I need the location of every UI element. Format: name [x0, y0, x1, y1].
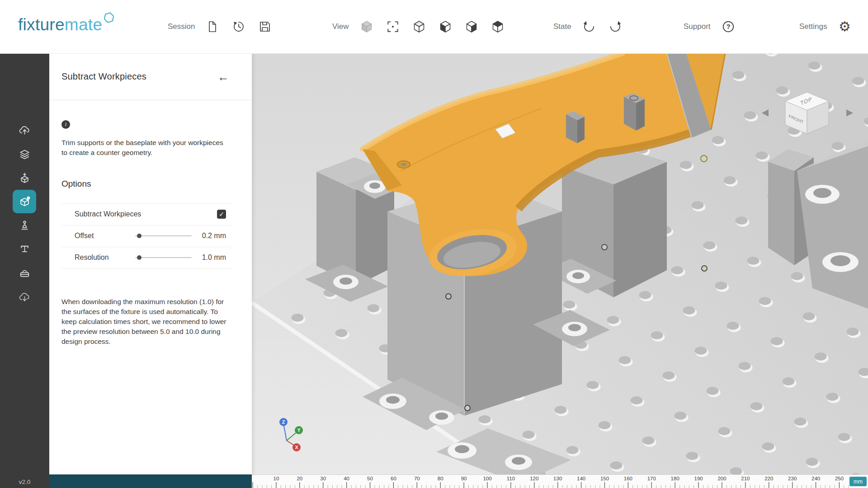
options-heading: Options: [61, 179, 231, 189]
support-label: Support: [684, 22, 711, 31]
axis-y-label: Y: [297, 428, 301, 433]
ruler-unit-label: mm: [854, 479, 863, 485]
undo-icon: [583, 20, 595, 33]
svg-text:90: 90: [461, 476, 467, 481]
redo-button[interactable]: [607, 18, 624, 35]
svg-text:130: 130: [553, 476, 562, 481]
sidebar-item-supports[interactable]: [13, 214, 36, 237]
view-top-button[interactable]: [489, 18, 506, 35]
viewport: TOP FRONT Z Y X: [252, 53, 868, 474]
status-bar: [49, 474, 252, 488]
svg-text:20: 20: [297, 476, 302, 481]
subtract-workpieces-label: Subtract Workpieces: [75, 210, 141, 218]
resolution-slider-handle[interactable]: [137, 255, 142, 260]
panel-description: Trim supports or the baseplate with your…: [61, 138, 231, 158]
svg-text:110: 110: [507, 476, 515, 481]
sidebar-item-clamps[interactable]: [13, 237, 36, 261]
svg-text:60: 60: [391, 476, 396, 481]
svg-text:240: 240: [811, 476, 820, 481]
svg-text:30: 30: [320, 476, 326, 481]
new-session-button[interactable]: [204, 18, 221, 35]
svg-text:40: 40: [344, 476, 349, 481]
cloud-upload-icon: [19, 124, 31, 136]
sidebar-item-workpieces[interactable]: [13, 143, 36, 166]
view-side-button[interactable]: [463, 18, 480, 35]
offset-slider-handle[interactable]: [137, 234, 142, 238]
resolution-label: Resolution: [75, 253, 109, 262]
app-logo: fixturemate: [18, 15, 102, 34]
back-button[interactable]: ←: [217, 71, 229, 83]
fit-view-icon: [386, 20, 400, 33]
clamp-icon: [19, 243, 31, 255]
support-group: Support ?: [684, 0, 737, 53]
settings-button[interactable]: ⚙: [836, 18, 853, 35]
svg-text:140: 140: [577, 476, 585, 481]
settings-label: Settings: [799, 22, 827, 31]
3d-viewport-canvas[interactable]: TOP FRONT Z Y X: [252, 53, 868, 474]
svg-text:220: 220: [764, 476, 773, 481]
state-label: State: [553, 22, 571, 31]
history-icon: [232, 20, 245, 33]
history-button[interactable]: [230, 18, 247, 35]
panel-header: Subtract Workpieces ←: [49, 53, 252, 100]
subtract-workpieces-checkbox[interactable]: ✓: [217, 210, 226, 219]
settings-group: Settings ⚙: [799, 0, 853, 53]
support-pin-icon: [19, 220, 31, 232]
ruler: 1020304050607080901001101201301401501601…: [252, 474, 868, 488]
header: fixturemate Session View: [0, 0, 868, 54]
offset-slider-track: [135, 235, 192, 236]
offset-row: Offset 0.2 mm: [61, 225, 231, 247]
subtract-workpieces-row: Subtract Workpieces ✓: [61, 204, 231, 225]
undo-button[interactable]: [580, 18, 598, 35]
panel-body: i Trim supports or the baseplate with yo…: [49, 100, 252, 347]
view-label: View: [332, 22, 349, 31]
svg-text:?: ?: [726, 23, 730, 30]
svg-text:70: 70: [414, 476, 420, 481]
session-label: Session: [168, 22, 195, 31]
sidebar-item-subtract-workpieces[interactable]: [13, 190, 36, 213]
resolution-slider: [135, 255, 192, 260]
check-icon: ✓: [219, 211, 224, 218]
app-root: fixturemate Session View: [0, 0, 868, 488]
sidebar-item-upload[interactable]: [13, 118, 36, 142]
svg-text:100: 100: [483, 476, 491, 481]
ruler-ticks: 1020304050607080901001101201301401501601…: [253, 476, 849, 488]
svg-text:50: 50: [367, 476, 373, 481]
axis-x-label: X: [295, 445, 298, 450]
resolution-row: Resolution 1.0 mm: [61, 247, 231, 269]
file-icon: [206, 20, 219, 33]
help-button[interactable]: ?: [720, 18, 737, 35]
sidebar-item-import-part[interactable]: [13, 166, 36, 190]
side-cube-icon: [465, 20, 478, 33]
svg-text:200: 200: [717, 476, 726, 481]
view-front-button[interactable]: [437, 18, 454, 35]
view-shaded-button[interactable]: [358, 18, 375, 35]
logo-hexagon-icon: [104, 12, 114, 23]
panel-title: Subtract Workpieces: [61, 71, 146, 82]
offset-label: Offset: [75, 232, 94, 240]
svg-text:170: 170: [647, 476, 656, 481]
box-arrow-down-icon: [19, 172, 31, 184]
tray-icon: [19, 268, 31, 281]
svg-text:250: 250: [835, 476, 844, 481]
workpiece-box-icon: [19, 196, 31, 208]
svg-text:230: 230: [788, 476, 797, 481]
svg-text:210: 210: [741, 476, 750, 481]
gear-icon: ⚙: [839, 20, 851, 33]
offset-slider: [135, 233, 192, 239]
svg-text:120: 120: [530, 476, 538, 481]
logo-text-primary: fixture: [18, 15, 65, 34]
save-button[interactable]: [256, 18, 274, 35]
shaded-cube-icon: [360, 20, 373, 33]
options-rows: Subtract Workpieces ✓ Offset 0.2 mm Reso…: [61, 203, 231, 269]
cloud-download-icon: [19, 291, 31, 304]
svg-text:180: 180: [671, 476, 679, 481]
sidebar-item-baseplate[interactable]: [13, 263, 36, 286]
fit-view-button[interactable]: [384, 18, 401, 35]
session-group: Session: [168, 0, 274, 53]
svg-text:10: 10: [274, 476, 279, 481]
view-isometric-button[interactable]: [410, 18, 428, 35]
view-group: View: [332, 0, 506, 53]
svg-text:160: 160: [624, 476, 632, 481]
sidebar-item-download[interactable]: [13, 286, 36, 309]
